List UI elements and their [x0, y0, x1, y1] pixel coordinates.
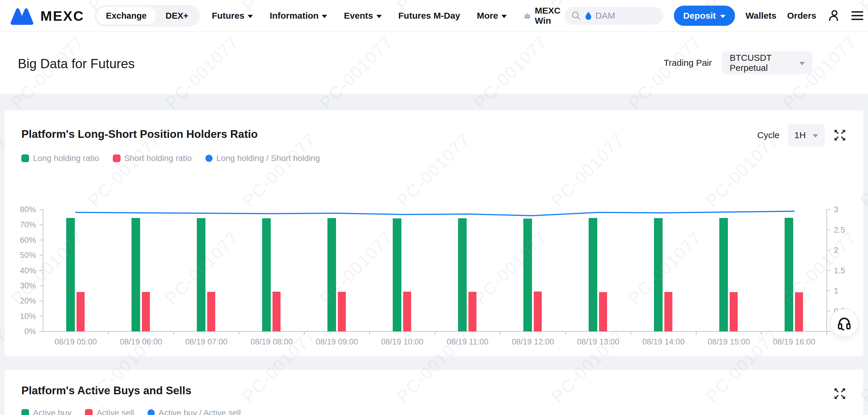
- svg-text:08/19 11:00: 08/19 11:00: [447, 337, 489, 346]
- market-toggle: ExchangeDEX+: [94, 5, 200, 27]
- token-drop-icon: [584, 11, 592, 21]
- nav-right: DAM Deposit Wallets Orders: [565, 6, 864, 26]
- svg-text:2.5: 2.5: [834, 226, 845, 235]
- market-tab-exchange[interactable]: Exchange: [96, 7, 156, 25]
- trading-pair-group: Trading Pair BTCUSDT Perpetual: [664, 32, 812, 94]
- svg-text:3: 3: [834, 205, 838, 214]
- svg-text:08/19 07:00: 08/19 07:00: [185, 337, 228, 346]
- nav-item-futures-m-day[interactable]: Futures M-Day: [398, 11, 460, 21]
- legend-marker: [85, 409, 93, 415]
- svg-text:08/19 05:00: 08/19 05:00: [55, 337, 97, 346]
- chevron-down-icon: [248, 15, 253, 18]
- nav-links: FuturesInformationEventsFutures M-DayMor…: [212, 11, 506, 21]
- expand-chart-button-2[interactable]: [833, 387, 847, 401]
- trading-pair-select[interactable]: BTCUSDT Perpetual: [722, 51, 812, 74]
- search-icon: [571, 11, 581, 21]
- svg-text:50%: 50%: [20, 251, 36, 260]
- search-input[interactable]: DAM: [565, 7, 663, 25]
- wallets-button[interactable]: Wallets: [746, 11, 777, 21]
- mexc-win-icon: [523, 10, 531, 22]
- buys-chart-legend: Active buyActive sellActive buy / Active…: [21, 408, 241, 415]
- fullscreen-icon: [833, 387, 847, 401]
- svg-text:08/19 15:00: 08/19 15:00: [708, 337, 750, 346]
- support-button[interactable]: [830, 309, 859, 337]
- top-nav: MEXC ExchangeDEX+ FuturesInformationEven…: [0, 0, 868, 32]
- legend-marker: [21, 409, 29, 415]
- svg-text:08/19 09:00: 08/19 09:00: [316, 337, 358, 346]
- hamburger-icon: [851, 10, 864, 21]
- long-short-ratio-chart[interactable]: 0%10%20%30%40%50%60%70%80%00.511.522.530…: [5, 110, 863, 356]
- svg-text:70%: 70%: [20, 220, 36, 229]
- nav-item-more[interactable]: More: [477, 11, 507, 21]
- trading-pair-label: Trading Pair: [664, 58, 712, 68]
- long-short-ratio-card: Platform's Long-Short Position Holders R…: [5, 110, 863, 356]
- svg-text:08/19 08:00: 08/19 08:00: [251, 337, 293, 346]
- legend-item-active-sell[interactable]: Active sell: [85, 408, 134, 415]
- page-title: Big Data for Futures: [18, 56, 135, 71]
- market-tab-dex[interactable]: DEX+: [156, 7, 198, 25]
- nav-item-mexc-win[interactable]: MEXC Win: [523, 6, 565, 26]
- legend-label: Active buy / Active sell: [158, 408, 241, 415]
- nav-item-label: MEXC Win: [535, 6, 565, 26]
- svg-text:30%: 30%: [20, 281, 36, 290]
- chevron-down-icon: [322, 15, 327, 18]
- nav-item-events[interactable]: Events: [344, 11, 381, 21]
- svg-text:08/19 06:00: 08/19 06:00: [120, 337, 162, 346]
- nav-item-label: Futures M-Day: [398, 11, 460, 21]
- mexc-logo[interactable]: MEXC: [8, 5, 84, 27]
- svg-text:08/19 12:00: 08/19 12:00: [512, 337, 554, 346]
- orders-button[interactable]: Orders: [787, 11, 816, 21]
- svg-text:0%: 0%: [24, 327, 36, 336]
- deposit-button[interactable]: Deposit: [674, 6, 735, 26]
- buys-card-title: Platform's Active Buys and Sells: [21, 384, 191, 397]
- user-icon: [827, 9, 840, 22]
- account-button[interactable]: [827, 9, 840, 22]
- svg-text:2: 2: [834, 246, 838, 255]
- nav-item-label: More: [477, 11, 498, 21]
- svg-text:08/19 14:00: 08/19 14:00: [642, 337, 685, 346]
- svg-text:80%: 80%: [20, 205, 36, 214]
- nav-item-information[interactable]: Information: [270, 11, 327, 21]
- svg-text:08/19 16:00: 08/19 16:00: [773, 337, 815, 346]
- page-header: Big Data for Futures Trading Pair BTCUSD…: [0, 32, 868, 94]
- trading-pair-value: BTCUSDT Perpetual: [730, 53, 799, 73]
- svg-text:1.5: 1.5: [834, 266, 845, 275]
- svg-text:20%: 20%: [20, 297, 36, 305]
- svg-text:08/19 10:00: 08/19 10:00: [381, 337, 424, 346]
- active-buys-sells-card: Platform's Active Buys and Sells Active …: [5, 370, 863, 415]
- menu-button[interactable]: [851, 10, 864, 21]
- search-placeholder: DAM: [595, 11, 615, 21]
- headset-icon: [836, 314, 853, 332]
- nav-item-label: Futures: [212, 11, 244, 21]
- nav-item-label: Events: [344, 11, 373, 21]
- nav-item-label: Information: [270, 11, 318, 21]
- chevron-down-icon: [799, 62, 805, 65]
- svg-text:1: 1: [834, 286, 838, 295]
- chevron-down-icon: [501, 15, 507, 18]
- chevron-down-icon: [376, 15, 382, 18]
- logo-wordmark: MEXC: [40, 8, 84, 24]
- mexc-logo-icon: [8, 5, 36, 27]
- svg-text:10%: 10%: [20, 312, 36, 321]
- svg-text:60%: 60%: [20, 236, 36, 245]
- svg-text:40%: 40%: [20, 266, 36, 275]
- chevron-down-icon: [720, 15, 725, 18]
- legend-item-active-buy[interactable]: Active buy: [21, 408, 71, 415]
- nav-item-futures[interactable]: Futures: [212, 11, 253, 21]
- legend-label: Active buy: [33, 408, 71, 415]
- deposit-label: Deposit: [683, 11, 716, 21]
- legend-item-active-buy-active-sell[interactable]: Active buy / Active sell: [148, 408, 241, 415]
- legend-label: Active sell: [96, 408, 134, 415]
- svg-text:08/19 13:00: 08/19 13:00: [577, 337, 620, 346]
- legend-marker: [148, 409, 155, 415]
